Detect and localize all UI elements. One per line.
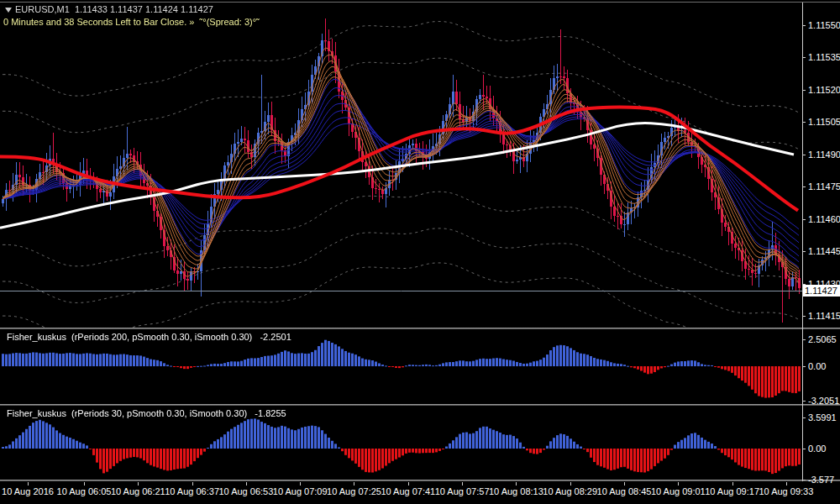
axis-tick xyxy=(802,449,806,449)
panel-separator[interactable] xyxy=(0,404,840,406)
ohlc-low: 1.11424 xyxy=(145,4,178,14)
axis-tick xyxy=(802,417,806,418)
current-price-box: 1.11427 xyxy=(803,285,840,297)
chart-window: EURUSD,M1 1.11433 1.11437 1.11424 1.1142… xyxy=(0,0,840,504)
axis-tick xyxy=(802,284,806,285)
time-axis-label: 10 Aug 09:33 xyxy=(759,486,813,496)
axis-tick xyxy=(802,480,806,480)
axis-tick xyxy=(802,401,806,402)
axis-tick xyxy=(732,482,733,486)
price-axis-label: 1.11475 xyxy=(808,181,840,192)
ohlc-high: 1.11437 xyxy=(110,4,143,14)
ohlc-open: 1.11433 xyxy=(75,4,108,14)
axis-tick xyxy=(246,482,247,486)
time-axis-label: 10 Aug 07:41 xyxy=(381,486,435,496)
time-axis-label: 10 Aug 09:17 xyxy=(705,486,759,496)
axis-tick xyxy=(802,155,806,155)
axis-tick xyxy=(802,219,806,220)
price-axis-label: 1.11505 xyxy=(808,117,840,127)
time-axis-label: 10 Aug 06:05 xyxy=(57,486,112,496)
panel-separator[interactable] xyxy=(0,480,840,481)
axis-tick xyxy=(570,482,571,486)
axis-tick xyxy=(462,482,463,486)
axis-tick xyxy=(786,482,787,486)
price-axis-label: 1.11535 xyxy=(808,52,840,62)
axis-tick xyxy=(192,482,193,486)
axis-tick xyxy=(802,186,806,187)
axis-tick xyxy=(516,482,517,486)
indicator-scale-label: 0.00 xyxy=(808,444,826,454)
time-axis-label: 10 Aug 09:01 xyxy=(651,486,706,496)
time-axis-label: 10 Aug 06:21 xyxy=(111,486,165,496)
main-chart-canvas[interactable] xyxy=(0,3,802,328)
axis-tick xyxy=(802,339,806,340)
symbol-ohlc-line: EURUSD,M1 1.11433 1.11437 1.11424 1.1142… xyxy=(5,4,213,14)
axis-tick xyxy=(802,90,806,91)
time-axis-label: 10 Aug 08:29 xyxy=(543,486,597,496)
axis-tick xyxy=(802,366,806,367)
price-axis-label: 1.11520 xyxy=(808,85,840,95)
axis-tick xyxy=(354,482,354,486)
axis-tick xyxy=(28,482,29,486)
axis-tick xyxy=(802,25,806,26)
axis-tick xyxy=(84,482,85,486)
fisher30-panel-title: Fisher_kuskus (rPeriods 30, pSmooth 0.30… xyxy=(7,408,286,418)
indicator-scale-label: 0.00 xyxy=(808,361,826,371)
symbol-label: EURUSD,M1 xyxy=(15,4,70,14)
axis-tick xyxy=(138,482,139,486)
price-axis-label: 1.11445 xyxy=(808,246,840,256)
time-axis-label: 10 Aug 06:53 xyxy=(218,486,273,496)
indicator-scale-label: 3.5991 xyxy=(808,412,837,423)
panel-separator[interactable] xyxy=(0,328,840,329)
ohlc-close: 1.11427 xyxy=(181,4,213,14)
axis-tick xyxy=(300,482,301,486)
price-axis-label: 1.11490 xyxy=(808,150,840,160)
time-axis-label: 10 Aug 07:57 xyxy=(435,486,490,496)
indicator-scale-label: -3.2051 xyxy=(808,396,839,406)
axis-tick xyxy=(624,482,625,486)
symbol-marker-icon xyxy=(5,8,12,13)
time-axis-label: 10 Aug 08:13 xyxy=(489,486,543,496)
fisher200-panel-title: Fisher_kuskus (rPeriods 200, pSmooth 0.3… xyxy=(7,332,291,342)
time-axis-label: 10 Aug 08:45 xyxy=(597,486,652,496)
axis-tick xyxy=(802,316,806,317)
price-axis-label: 1.11460 xyxy=(808,214,840,224)
axis-tick xyxy=(802,251,806,252)
axis-tick xyxy=(678,482,679,486)
axis-tick xyxy=(802,57,806,58)
time-axis-label: 10 Aug 2016 xyxy=(2,486,54,496)
axis-tick xyxy=(802,122,806,123)
time-axis-label: 10 Aug 07:25 xyxy=(327,486,381,496)
axis-tick xyxy=(408,482,409,486)
price-axis-border xyxy=(802,3,803,481)
time-axis-label: 10 Aug 07:09 xyxy=(273,486,328,496)
bar-timer-text: 0 Minutes and 38 Seconds Left to Bar Clo… xyxy=(3,17,260,27)
price-axis-label: 1.11415 xyxy=(808,311,840,321)
indicator-scale-label: 2.5065 xyxy=(808,334,837,344)
time-axis-label: 10 Aug 06:37 xyxy=(165,486,219,496)
time-axis[interactable]: 10 Aug 201610 Aug 06:0510 Aug 06:2110 Au… xyxy=(0,482,840,504)
price-axis-label: 1.11550 xyxy=(808,20,840,30)
